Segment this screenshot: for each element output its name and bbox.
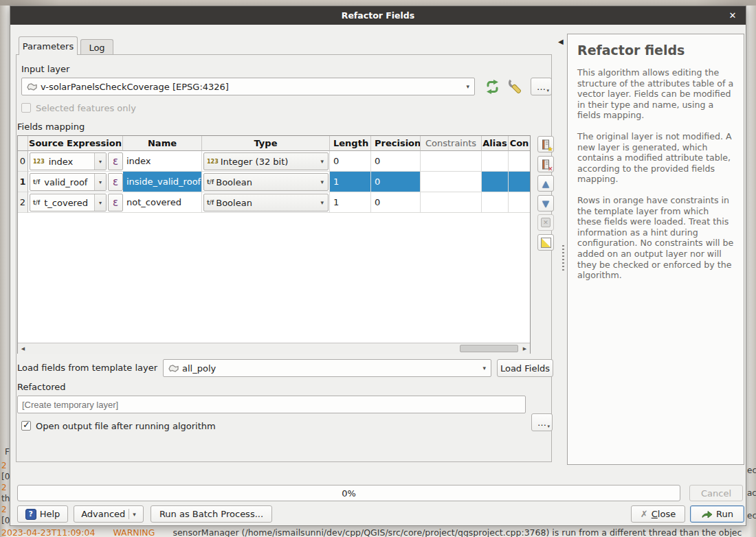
name-cell[interactable]: inside_valid_roof <box>123 172 202 192</box>
precision-cell[interactable]: 0 <box>371 172 421 192</box>
log-fragment: 2 <box>1 483 7 492</box>
input-layer-browse-button[interactable]: … ▾ <box>531 78 552 95</box>
column-header-type[interactable]: Type <box>202 136 330 151</box>
constraints-cell[interactable] <box>421 192 482 213</box>
run-as-batch-button[interactable]: Run as Batch Process... <box>151 505 272 523</box>
collapse-help-panel-icon[interactable]: ◀ <box>558 38 564 45</box>
source-expression-cell[interactable]: 123 index ▾ ε <box>28 151 123 172</box>
invert-selection-button[interactable] <box>537 234 554 251</box>
column-header-name[interactable]: Name <box>123 136 202 151</box>
expression-editor-button[interactable]: ε <box>108 152 123 170</box>
row-header[interactable]: 2 <box>18 192 28 213</box>
output-file-input[interactable] <box>17 396 526 413</box>
add-field-button[interactable]: ★ <box>537 136 554 152</box>
alias-cell[interactable] <box>482 192 509 213</box>
name-cell[interactable]: index <box>123 151 202 172</box>
help-button[interactable]: ? Help <box>17 505 68 523</box>
help-paragraph: This algorithm allows editing the struct… <box>577 67 734 121</box>
expression-editor-button[interactable]: ε <box>108 173 123 191</box>
log-level: WARNING <box>113 527 155 537</box>
precision-cell[interactable]: 0 <box>371 192 421 213</box>
column-header-source[interactable]: Source Expression <box>28 136 123 151</box>
type-cell[interactable]: 123 Integer (32 bit) ▾ <box>202 151 330 172</box>
length-cell[interactable]: 1 <box>330 192 371 213</box>
template-layer-combobox[interactable]: all_poly ▾ <box>163 359 491 377</box>
source-field-value: index <box>47 157 74 167</box>
load-fields-button[interactable]: Load Fields <box>497 359 553 377</box>
type-combobox[interactable]: 123 Integer (32 bit) ▾ <box>203 152 329 170</box>
name-cell[interactable]: not_covered <box>123 192 202 213</box>
scroll-right-icon[interactable]: ▶ <box>520 343 530 354</box>
con-cell[interactable] <box>509 151 530 172</box>
name-value: inside_valid_roof <box>123 176 201 187</box>
options-wrench-icon[interactable] <box>506 78 526 95</box>
background-right-strip <box>745 5 756 537</box>
column-header-length[interactable]: Length <box>330 136 371 151</box>
column-header-precision[interactable]: Precision <box>371 136 421 151</box>
type-cell[interactable]: t/f Boolean ▾ <box>202 192 330 213</box>
length-cell[interactable]: 1 <box>330 172 371 192</box>
source-field-value: t_covered <box>42 198 88 208</box>
source-field-combobox[interactable]: 123 index ▾ <box>30 152 107 170</box>
chevron-down-icon: ▾ <box>133 511 136 518</box>
iterate-over-layer-icon[interactable] <box>482 78 502 95</box>
source-expression-cell[interactable]: t/f valid_roof ▾ ε <box>28 172 123 192</box>
con-cell[interactable] <box>509 192 530 213</box>
column-header-constraints[interactable]: Constraints <box>421 136 482 151</box>
chevron-down-icon[interactable]: ▾ <box>94 174 106 190</box>
type-combobox[interactable]: t/f Boolean ▾ <box>203 173 329 191</box>
log-fragment: 2 <box>1 505 7 514</box>
move-field-down-button[interactable]: ▼ <box>537 195 554 212</box>
output-browse-button[interactable]: … ▾ <box>531 413 553 431</box>
advanced-button[interactable]: Advanced ▾ <box>74 505 144 523</box>
length-cell[interactable]: 0 <box>330 151 371 172</box>
tab-parameters[interactable]: Parameters <box>19 36 78 55</box>
run-button[interactable]: Run <box>690 505 744 523</box>
chevron-down-icon[interactable]: ▾ <box>94 194 106 211</box>
open-output-checkbox[interactable]: ✓ <box>21 421 31 431</box>
column-header-con[interactable]: Con <box>509 136 530 151</box>
chevron-down-icon: ▾ <box>320 199 324 206</box>
constraints-cell[interactable] <box>421 172 482 192</box>
horizontal-scrollbar[interactable]: ◀ ▶ <box>18 343 530 354</box>
source-field-combobox[interactable]: t/f valid_roof ▾ <box>30 173 107 191</box>
chevron-down-icon[interactable]: ▾ <box>94 153 106 170</box>
alias-cell[interactable] <box>482 172 509 192</box>
polygon-layer-icon <box>168 364 179 373</box>
type-value: Boolean <box>216 198 252 208</box>
type-cell[interactable]: t/f Boolean ▾ <box>202 172 330 192</box>
source-field-combobox[interactable]: t/f t_covered ▾ <box>30 194 107 212</box>
input-layer-combobox[interactable]: v-solarPanelsCheckCoverage [EPSG:4326] ▾ <box>21 78 475 95</box>
boolean-field-icon: t/f <box>33 179 40 185</box>
column-header-alias[interactable]: Alias <box>482 136 509 151</box>
log-fragment: [0 <box>1 472 10 481</box>
scroll-left-icon[interactable]: ◀ <box>18 343 28 354</box>
table-row[interactable]: 1 t/f valid_roof ▾ ε inside_valid_roof t… <box>18 172 530 192</box>
con-cell[interactable] <box>509 172 530 192</box>
dialog-titlebar[interactable]: Refactor Fields ✕ <box>10 6 746 25</box>
run-icon <box>701 509 713 519</box>
type-combobox[interactable]: t/f Boolean ▾ <box>203 194 329 212</box>
row-header[interactable]: 1 <box>18 172 28 192</box>
panel-splitter[interactable] <box>562 245 564 273</box>
tab-log[interactable]: Log <box>80 39 113 55</box>
alias-cell[interactable] <box>482 151 509 172</box>
expression-editor-button[interactable]: ε <box>108 194 123 212</box>
chevron-down-icon: ▾ <box>546 88 549 93</box>
selected-features-checkbox <box>21 103 31 113</box>
scrollbar-thumb[interactable] <box>460 345 518 352</box>
log-fragment: [0 <box>1 516 10 525</box>
row-header[interactable]: 0 <box>18 151 28 172</box>
constraints-cell[interactable] <box>421 151 482 172</box>
chevron-down-icon: ▾ <box>320 179 324 185</box>
name-value: index <box>123 156 151 166</box>
source-expression-cell[interactable]: t/f t_covered ▾ ε <box>28 192 123 213</box>
close-button[interactable]: ✗ Close <box>631 505 685 523</box>
precision-cell[interactable]: 0 <box>371 151 421 172</box>
move-field-up-button[interactable]: ▲ <box>537 175 554 192</box>
fields-mapping-table[interactable]: Source Expression Name Type Length Preci… <box>17 135 531 354</box>
delete-field-button[interactable]: ✕ <box>537 156 554 172</box>
close-icon[interactable]: ✕ <box>726 9 739 21</box>
table-row[interactable]: 2 t/f t_covered ▾ ε not_covered t/f Bool… <box>18 192 530 213</box>
table-row[interactable]: 0 123 index ▾ ε index 123 Integer (32 bi… <box>18 151 530 172</box>
